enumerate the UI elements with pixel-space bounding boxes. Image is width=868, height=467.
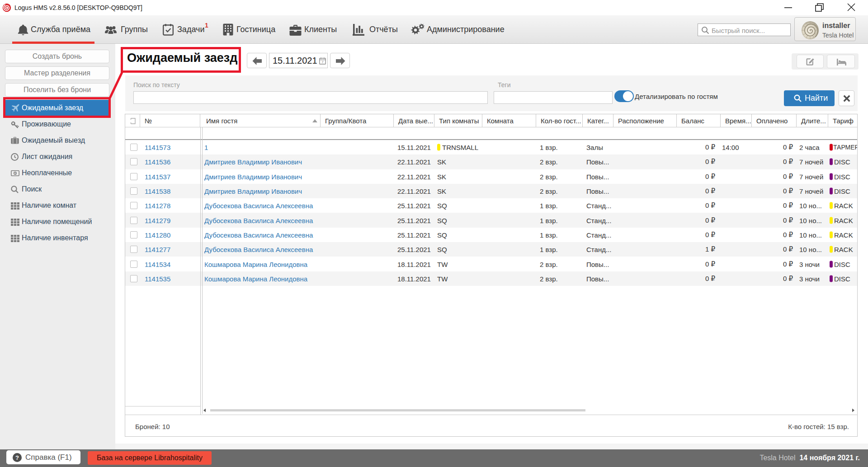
svg-text:?: ? bbox=[15, 454, 19, 461]
svg-text:1: 1 bbox=[14, 172, 16, 175]
svg-text:7: 7 bbox=[321, 60, 324, 64]
